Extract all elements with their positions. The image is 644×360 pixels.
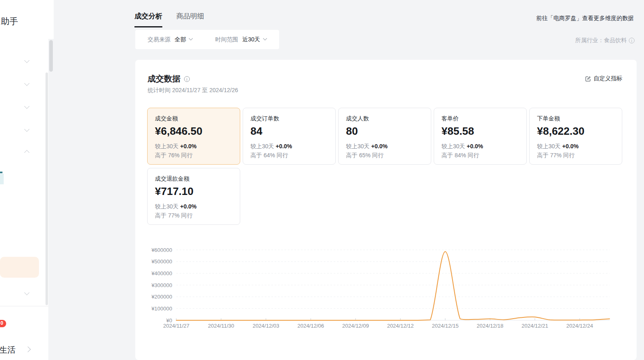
metric-card-6[interactable]: 成交退款金额¥717.10较上30天 +0.0%高于 77% 同行: [147, 168, 240, 225]
svg-text:¥100000: ¥100000: [151, 306, 172, 312]
filter-source-value[interactable]: 全部: [175, 36, 186, 43]
metric-card-3[interactable]: 成交人数80较上30天 +0.0%高于 65% 同行: [338, 108, 431, 165]
industry-label: 所属行业：食品饮料: [575, 37, 635, 44]
compass-link[interactable]: 前往「电商罗盘」查看更多维度的数据: [536, 15, 634, 22]
main-content: 成交分析 商品明细 前往「电商罗盘」查看更多维度的数据 交易来源 全部 时间范围…: [48, 0, 644, 360]
sidebar-icon-fragment: [0, 172, 2, 173]
metric-delta: 较上30天 +0.0%: [155, 202, 232, 211]
metric-label: 成交人数: [346, 115, 423, 122]
svg-text:2024/12/21: 2024/12/21: [521, 323, 548, 329]
chevron-up-icon[interactable]: [24, 150, 30, 155]
svg-text:2024/12/03: 2024/12/03: [253, 323, 279, 329]
svg-text:2024/11/27: 2024/11/27: [163, 323, 189, 329]
svg-text:2024/12/24: 2024/12/24: [567, 323, 593, 329]
scroll-gutter: [48, 0, 54, 39]
sales-trend-chart: ¥0¥100000¥200000¥300000¥400000¥500000¥60…: [148, 245, 615, 335]
metric-delta: 较上30天 +0.0%: [250, 142, 328, 151]
metric-label: 成交订单数: [250, 115, 328, 122]
notification-badge: 0: [0, 319, 7, 328]
svg-text:2024/12/06: 2024/12/06: [297, 323, 324, 329]
customize-metrics-button[interactable]: 自定义指标: [585, 75, 622, 82]
metric-card-2[interactable]: 成交订单数84较上30天 +0.0%高于 64% 同行: [243, 108, 336, 165]
metric-card-1[interactable]: 成交金额¥6,846.50较上30天 +0.0%高于 76% 同行: [147, 108, 240, 165]
filter-range-label: 时间范围: [215, 36, 238, 43]
svg-text:¥200000: ¥200000: [151, 294, 172, 300]
tab-product-detail[interactable]: 商品明细: [176, 11, 204, 27]
metric-delta: 较上30天 +0.0%: [155, 142, 232, 151]
tab-bar: 成交分析 商品明细: [134, 11, 204, 27]
filter-time-range[interactable]: 时间范围 近30天: [215, 36, 266, 43]
metric-peer: 高于 77% 同行: [537, 151, 614, 160]
metric-label: 客单价: [441, 115, 519, 122]
info-icon[interactable]: [629, 38, 635, 43]
tab-deal-analysis[interactable]: 成交分析: [134, 11, 162, 27]
svg-text:¥400000: ¥400000: [151, 270, 172, 276]
chevron-right-icon[interactable]: [25, 346, 31, 352]
sidebar-item-life[interactable]: 生活: [0, 344, 16, 355]
metric-peer: 高于 77% 同行: [155, 211, 232, 220]
metric-value: ¥8,622.30: [537, 125, 614, 138]
svg-text:2024/12/12: 2024/12/12: [387, 323, 414, 329]
filter-range-value[interactable]: 近30天: [242, 36, 260, 43]
metric-card-4[interactable]: 客单价¥85.58较上30天 +0.0%高于 84% 同行: [434, 108, 527, 165]
chevron-down-icon[interactable]: [24, 127, 30, 132]
sidebar-icon-fragment: [0, 174, 4, 184]
chevron-down-icon[interactable]: [24, 81, 30, 86]
metric-delta: 较上30天 +0.0%: [537, 142, 614, 151]
chevron-down-icon[interactable]: [24, 58, 30, 63]
svg-text:¥300000: ¥300000: [151, 282, 172, 288]
chevron-down-icon[interactable]: [263, 36, 267, 41]
sidebar-app-title: 助手: [1, 16, 18, 27]
svg-text:¥500000: ¥500000: [151, 258, 172, 265]
metric-value: 84: [250, 125, 328, 138]
metric-delta: 较上30天 +0.0%: [346, 142, 423, 151]
metric-peer: 高于 64% 同行: [250, 151, 328, 160]
metric-value: ¥6,846.50: [155, 125, 232, 138]
edit-square-icon: [585, 76, 591, 82]
chevron-down-icon[interactable]: [24, 104, 30, 109]
industry-text: 所属行业：食品饮料: [575, 37, 627, 44]
metric-value: 80: [346, 125, 423, 138]
sidebar: 助手 0 生活: [0, 0, 48, 360]
metric-peer: 高于 65% 同行: [346, 151, 423, 160]
metric-card-5[interactable]: 下单金额¥8,622.30较上30天 +0.0%高于 77% 同行: [529, 108, 622, 165]
metric-label: 下单金额: [537, 115, 614, 122]
metric-label: 成交金额: [155, 115, 232, 122]
filter-bar: 交易来源 全部 时间范围 近30天: [135, 30, 279, 49]
metric-delta: 较上30天 +0.0%: [441, 142, 519, 151]
metric-label: 成交退款金额: [155, 175, 232, 183]
metric-cards: 成交金额¥6,846.50较上30天 +0.0%高于 76% 同行成交订单数84…: [147, 108, 625, 225]
customize-metrics-label: 自定义指标: [594, 75, 622, 82]
metric-peer: 高于 76% 同行: [155, 151, 232, 160]
chevron-down-icon[interactable]: [24, 290, 30, 295]
svg-text:2024/12/15: 2024/12/15: [432, 323, 459, 329]
metric-value: ¥85.58: [441, 125, 519, 138]
sidebar-divider: [0, 306, 48, 306]
info-icon[interactable]: [184, 76, 190, 82]
metric-peer: 高于 84% 同行: [441, 151, 519, 160]
panel-title: 成交数据: [148, 73, 180, 84]
deal-data-panel: 成交数据 统计时间 2024/11/27 至 2024/12/26 自定义指标 …: [135, 60, 637, 360]
svg-text:¥600000: ¥600000: [151, 247, 172, 253]
svg-text:2024/11/30: 2024/11/30: [208, 323, 234, 329]
filter-source-label: 交易来源: [148, 36, 171, 43]
sidebar-scrollbar[interactable]: [46, 72, 48, 305]
chevron-down-icon[interactable]: [189, 36, 193, 41]
svg-text:2024/12/09: 2024/12/09: [342, 323, 369, 329]
svg-text:2024/12/18: 2024/12/18: [477, 323, 503, 329]
filter-trade-source[interactable]: 交易来源 全部: [148, 36, 192, 43]
sidebar-active-item[interactable]: [0, 257, 39, 278]
content-scrollbar[interactable]: [49, 40, 53, 72]
panel-subtitle: 统计时间 2024/11/27 至 2024/12/26: [148, 87, 238, 94]
metric-value: ¥717.10: [155, 185, 232, 198]
line-chart: ¥0¥100000¥200000¥300000¥400000¥500000¥60…: [148, 245, 615, 335]
